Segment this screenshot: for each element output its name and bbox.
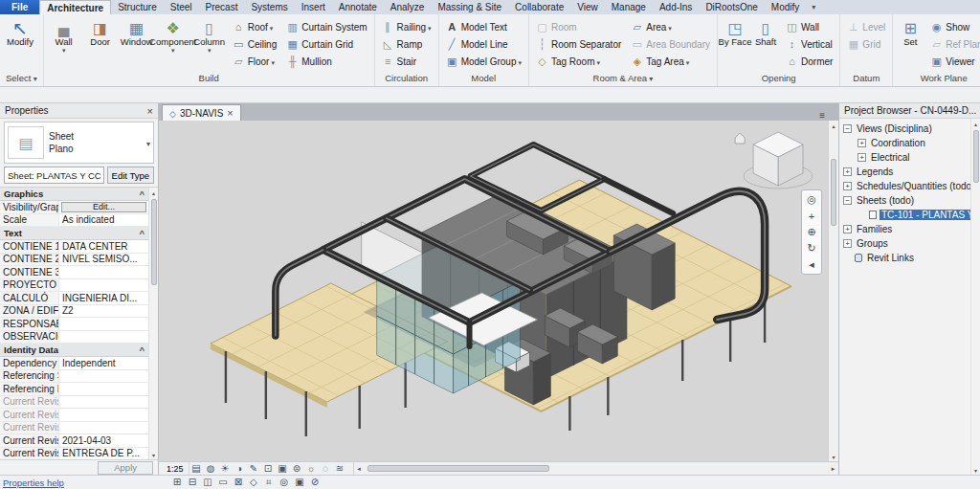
selection-filter-dropdown[interactable]: Sheet: PLANTAS Y CC <box>4 167 104 184</box>
ribbon-tab[interactable]: Insert <box>295 0 332 14</box>
vertical-opening-button[interactable]: Vertical <box>782 35 836 53</box>
pan-icon[interactable]: + <box>803 209 820 223</box>
ribbon-tab[interactable]: Collaborate <box>508 0 570 14</box>
ribbon-tab[interactable]: Systems <box>244 0 294 14</box>
property-value[interactable] <box>59 396 148 409</box>
scroll-up-icon[interactable] <box>149 188 158 197</box>
property-value[interactable] <box>59 409 148 421</box>
property-value[interactable]: Edit... <box>61 202 146 212</box>
detail-level-icon[interactable]: ▤ <box>189 463 204 474</box>
collapse-section-icon[interactable] <box>139 345 145 355</box>
modify-button[interactable]: Modify <box>3 16 37 47</box>
model-canvas[interactable] <box>159 121 828 461</box>
filter-icon[interactable]: ▣ <box>292 477 307 488</box>
roof-button[interactable]: Roof <box>229 18 281 35</box>
select-panel-label[interactable]: Select <box>0 73 43 86</box>
tree-item[interactable]: + Schedules/Quantities (todo) <box>839 179 970 193</box>
viewer-button[interactable]: Viewer <box>926 53 980 70</box>
tree-expander-icon[interactable]: − <box>843 124 852 133</box>
ramp-button[interactable]: Ramp <box>378 35 435 53</box>
ribbon-tab[interactable]: Add-Ins <box>653 0 699 14</box>
tree-item[interactable]: + Legends <box>839 165 970 179</box>
opening-by-face-button[interactable]: By Face <box>721 16 749 47</box>
ribbon-tab[interactable]: Annotate <box>332 0 384 14</box>
tree-expander-icon[interactable]: + <box>843 239 852 248</box>
show-crop-region-icon[interactable]: ▣ <box>276 463 290 474</box>
wall-opening-button[interactable]: Wall <box>782 18 836 35</box>
area-button[interactable]: Area <box>627 18 714 35</box>
select-pinned-elements-icon[interactable]: ⊠ <box>231 477 246 488</box>
view-tab-list-icon[interactable] <box>819 110 825 121</box>
temporary-view-properties-icon[interactable]: ◌ <box>319 463 333 474</box>
property-value[interactable] <box>59 370 148 383</box>
tag-room-button[interactable]: Tag Room <box>532 53 625 70</box>
ceiling-button[interactable]: Ceiling <box>229 35 281 53</box>
model-line-button[interactable]: Model Line <box>442 35 525 53</box>
column-button[interactable]: Column <box>192 16 227 55</box>
scrollbar-thumb[interactable] <box>368 465 549 472</box>
sketchy-lines-icon[interactable]: ✎ <box>247 463 261 474</box>
scroll-down-icon[interactable] <box>829 452 838 461</box>
section-header-identity-data[interactable]: Identity Data <box>0 344 148 357</box>
property-value[interactable]: INGENIERIA DI... <box>59 292 148 304</box>
property-value[interactable] <box>59 266 148 278</box>
tree-item[interactable]: TC-101 - PLANTAS Y COR... <box>839 208 970 222</box>
ribbon-tab[interactable]: Manage <box>605 0 653 14</box>
viewport-horizontal-scrollbar[interactable]: ◂ ▸ <box>353 462 838 475</box>
ribbon-tab[interactable]: Massing & Site <box>431 0 508 14</box>
tree-expander-icon[interactable]: + <box>858 153 866 162</box>
tree-item[interactable]: Revit Links <box>839 251 970 265</box>
reveal-hidden-elements-icon[interactable]: ☼ <box>304 463 319 474</box>
model-text-button[interactable]: Model Text <box>442 18 525 35</box>
orbit-icon[interactable]: ↻ <box>803 241 820 256</box>
room-area-panel-label[interactable]: Room & Area <box>529 73 717 86</box>
tag-area-button[interactable]: Tag Area <box>627 53 714 70</box>
select-elements-by-face-icon[interactable]: ◇ <box>246 477 261 488</box>
property-value[interactable]: Z2 <box>59 305 148 318</box>
column-dropdown-icon[interactable] <box>208 47 212 55</box>
scrollbar-thumb[interactable] <box>151 199 157 285</box>
ribbon-tab[interactable]: Structure <box>111 0 164 14</box>
property-value[interactable] <box>59 383 148 395</box>
property-value[interactable]: Independent <box>59 357 148 369</box>
tree-item[interactable]: − Sheets (todo) <box>839 193 970 208</box>
drawing-area[interactable]: ◎ + ⊕ ↻ ◂ <box>159 121 828 461</box>
view-scale-button[interactable]: 1:25 <box>162 462 189 475</box>
set-work-plane-button[interactable]: Set <box>896 16 924 47</box>
ribbon-tab[interactable]: Architecture <box>39 0 111 14</box>
show-work-plane-button[interactable]: Show <box>926 18 980 35</box>
file-menu-button[interactable]: File <box>0 0 39 14</box>
scroll-down-icon[interactable] <box>971 465 980 475</box>
rewind-icon[interactable]: ◂ <box>803 257 820 272</box>
view-tab-3d-navis[interactable]: 3D-NAVIS <box>162 104 241 121</box>
section-header-graphics[interactable]: Graphics <box>0 188 148 201</box>
grid-button[interactable]: Grid <box>843 35 889 53</box>
ribbon-tab[interactable]: DiRootsOne <box>699 0 764 14</box>
wall-button[interactable]: Wall <box>47 16 81 55</box>
close-properties-icon[interactable] <box>147 105 153 117</box>
temporary-hide-isolate-icon[interactable]: ⊜ <box>290 463 304 474</box>
type-selector-dropdown-icon[interactable] <box>146 138 150 148</box>
floor-button[interactable]: Floor <box>229 53 281 70</box>
zoom-icon[interactable]: ⊕ <box>803 225 820 239</box>
property-value[interactable]: DATA CENTER <box>59 240 148 253</box>
browser-scrollbar[interactable] <box>970 119 980 475</box>
ribbon-tab[interactable]: Analyze <box>384 0 432 14</box>
sun-path-icon[interactable]: ☀ <box>218 463 233 474</box>
worksets-icon[interactable]: ⊞ <box>169 477 185 488</box>
tree-item[interactable]: + Electrical <box>839 150 970 165</box>
curtain-grid-button[interactable]: Curtain Grid <box>282 35 370 53</box>
tree-item[interactable]: + Families <box>839 222 970 236</box>
tree-expander-icon[interactable]: − <box>843 196 852 205</box>
select-links-icon[interactable]: ◫ <box>200 477 215 488</box>
edit-type-button[interactable]: Edit Type <box>107 167 154 184</box>
properties-help-link[interactable]: Properties help <box>3 478 64 488</box>
tree-expander-icon[interactable]: + <box>843 225 852 233</box>
worksharing-display-icon[interactable]: ≋ <box>333 463 347 474</box>
collapse-section-icon[interactable] <box>139 228 145 238</box>
scroll-right-icon[interactable]: ▸ <box>828 465 838 473</box>
select-underlay-elements-icon[interactable]: ▭ <box>215 477 231 488</box>
tree-expander-icon[interactable]: + <box>858 139 866 147</box>
shaft-opening-button[interactable]: Shaft <box>751 16 780 47</box>
scrollbar-thumb[interactable] <box>831 159 836 226</box>
